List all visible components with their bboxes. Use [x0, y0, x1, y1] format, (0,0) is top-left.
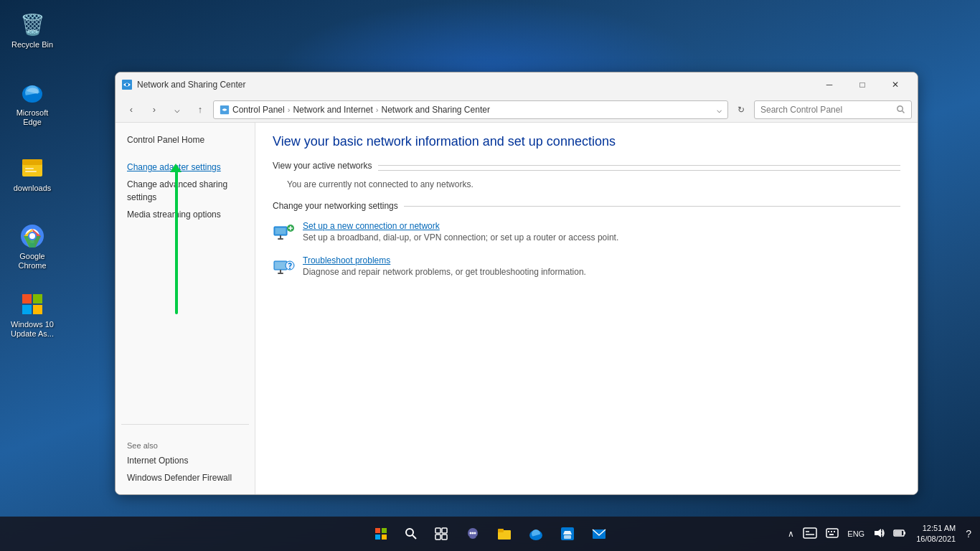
new-connection-icon — [273, 221, 296, 244]
active-networks-divider — [378, 165, 900, 166]
edge-label: Microsoft Edge — [6, 108, 58, 127]
mail-icon — [591, 526, 607, 542]
tray-volume[interactable] — [870, 526, 887, 542]
taskbar-explorer-button[interactable] — [490, 519, 519, 548]
maximize-button[interactable]: □ — [846, 72, 879, 97]
windows-update-icon — [18, 290, 47, 319]
up-button[interactable]: ↑ — [190, 100, 210, 120]
volume-icon — [873, 527, 885, 539]
desktop-icon-chrome[interactable]: Google Chrome — [4, 219, 61, 273]
svg-point-46 — [472, 532, 474, 534]
svg-point-17 — [897, 105, 903, 111]
svg-rect-23 — [278, 238, 283, 240]
new-connection-link[interactable]: Set up a new connection or network — [303, 221, 618, 231]
desktop-icon-recycle-bin[interactable]: 🗑️ Recycle Bin — [4, 7, 61, 52]
taskbar: ∧ ENG — [0, 517, 980, 551]
svg-rect-10 — [22, 294, 32, 303]
svg-rect-41 — [442, 528, 447, 533]
search-input[interactable] — [760, 105, 894, 115]
svg-point-33 — [289, 268, 291, 269]
svg-rect-31 — [278, 273, 283, 274]
sidebar-divider — [121, 424, 249, 425]
address-dropdown-chevron[interactable]: ⌵ — [717, 105, 722, 115]
sidebar-item-change-sharing[interactable]: Change advanced sharing settings — [121, 176, 249, 206]
svg-rect-43 — [442, 534, 447, 540]
svg-rect-13 — [33, 305, 42, 314]
networking-settings-header: Change your networking settings — [273, 201, 900, 211]
desktop-icon-windows-update[interactable]: Windows 10 Update As... — [4, 287, 61, 342]
window-title: Network and Sharing Center — [137, 80, 813, 90]
search-box[interactable] — [754, 100, 912, 119]
troubleshoot-link[interactable]: Troubleshoot problems — [303, 255, 586, 265]
window-icon — [121, 79, 133, 90]
svg-point-9 — [29, 233, 35, 239]
task-view-icon — [435, 527, 448, 540]
svg-rect-42 — [435, 534, 440, 540]
svg-rect-53 — [564, 535, 571, 539]
dropdown-button[interactable]: ⌵ — [167, 100, 187, 120]
svg-rect-62 — [829, 534, 834, 535]
svg-point-15 — [126, 83, 128, 86]
breadcrumb-network-internet[interactable]: Network and Internet — [293, 105, 372, 115]
taskbar-store-button[interactable] — [553, 519, 582, 548]
troubleshoot-text: Troubleshoot problems Diagnose and repai… — [303, 255, 586, 277]
live-captions-icon — [803, 527, 817, 539]
tray-live-captions[interactable] — [800, 526, 820, 542]
address-field[interactable]: Control Panel › Network and Internet › N… — [213, 100, 728, 119]
recycle-bin-label: Recycle Bin — [11, 40, 53, 50]
svg-rect-65 — [895, 531, 902, 535]
desktop-icon-downloads[interactable]: downloads — [4, 151, 61, 196]
system-tray: ∧ ENG — [785, 522, 974, 547]
chrome-icon — [18, 222, 47, 250]
downloads-icon — [18, 154, 47, 182]
desktop-icon-edge[interactable]: Microsoft Edge — [4, 75, 61, 130]
minimize-button[interactable]: ─ — [813, 72, 846, 97]
svg-rect-21 — [275, 228, 286, 234]
chat-icon — [465, 526, 481, 542]
system-clock[interactable]: 12:51 AM 16/08/2021 — [912, 522, 960, 547]
sidebar-item-change-adapter[interactable]: Change adapter settings — [121, 159, 249, 176]
breadcrumb-control-panel[interactable]: Control Panel — [232, 105, 285, 115]
refresh-button[interactable]: ↻ — [731, 100, 751, 120]
tray-language[interactable]: ENG — [844, 528, 867, 540]
svg-point-38 — [406, 529, 413, 536]
start-button[interactable] — [367, 519, 395, 548]
troubleshoot-desc: Diagnose and repair network problems, or… — [303, 267, 586, 277]
sidebar-item-windows-defender[interactable]: Windows Defender Firewall — [121, 469, 249, 486]
recycle-bin-icon: 🗑️ — [18, 10, 47, 39]
svg-rect-61 — [834, 531, 835, 532]
svg-rect-12 — [22, 305, 32, 314]
tray-notification[interactable]: ? — [963, 527, 974, 541]
taskbar-mail-button[interactable] — [585, 519, 613, 548]
taskbar-chat-button[interactable] — [458, 519, 487, 548]
forward-button[interactable]: › — [144, 100, 164, 120]
active-networks-label: View your active networks — [273, 161, 378, 171]
main-content: View your basic network information and … — [255, 123, 918, 494]
clock-date: 16/08/2021 — [916, 534, 956, 545]
network-sharing-center-window: Network and Sharing Center ─ □ ✕ ‹ › ⌵ ↑… — [115, 72, 918, 495]
title-bar: Network and Sharing Center ─ □ ✕ — [116, 72, 918, 97]
sidebar-item-media-streaming[interactable]: Media streaming options — [121, 206, 249, 223]
troubleshoot-action: Troubleshoot problems Diagnose and repai… — [273, 255, 900, 278]
back-button[interactable]: ‹ — [121, 100, 141, 120]
svg-point-45 — [470, 532, 472, 534]
svg-point-47 — [474, 532, 476, 534]
sidebar-item-control-panel-home[interactable]: Control Panel Home — [121, 131, 249, 149]
tray-keyboard[interactable] — [823, 527, 842, 542]
taskbar-center — [367, 519, 613, 548]
taskbar-search-icon — [405, 527, 418, 540]
active-networks-header: View your active networks — [273, 161, 900, 171]
svg-marker-63 — [875, 529, 881, 537]
task-view-button[interactable] — [427, 519, 456, 548]
sidebar-item-internet-options[interactable]: Internet Options — [121, 452, 249, 469]
svg-rect-4 — [25, 168, 34, 169]
address-bar: ‹ › ⌵ ↑ Control Panel › Network and Inte… — [116, 97, 918, 123]
close-button[interactable]: ✕ — [879, 72, 912, 97]
taskbar-edge-icon — [528, 526, 544, 542]
tray-battery[interactable] — [890, 526, 909, 542]
store-icon — [560, 526, 575, 542]
window-controls: ─ □ ✕ — [813, 72, 912, 97]
taskbar-search-button[interactable] — [398, 519, 424, 548]
taskbar-edge-button[interactable] — [522, 519, 550, 548]
tray-chevron[interactable]: ∧ — [785, 527, 797, 540]
